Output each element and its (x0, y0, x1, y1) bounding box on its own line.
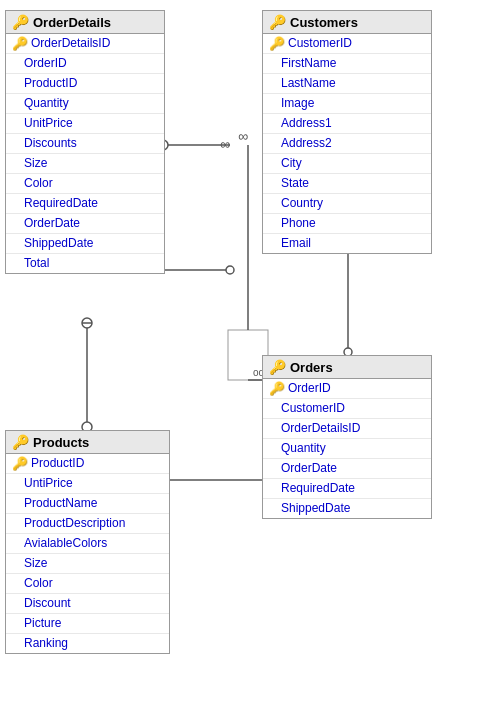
table-orders-title: Orders (290, 360, 333, 375)
field-orders-quantity: Quantity (263, 439, 431, 459)
field-productid: 🔑 ProductID (6, 454, 169, 474)
key-icon-productid: 🔑 (12, 455, 28, 472)
field-orders-orderdate: OrderDate (263, 459, 431, 479)
field-lastname: LastName (263, 74, 431, 94)
table-customers-header: 🔑 Customers (263, 11, 431, 34)
field-requireddate: RequiredDate (6, 194, 164, 214)
field-productname: ProductName (6, 494, 169, 514)
table-orderdetails-header: 🔑 OrderDetails (6, 11, 164, 34)
svg-point-21 (226, 266, 234, 274)
orderdetails-header-icon: 🔑 (12, 14, 29, 30)
field-phone: Phone (263, 214, 431, 234)
field-orders-orderdetailsid: OrderDetailsID (263, 419, 431, 439)
field-productdescription: ProductDescription (6, 514, 169, 534)
field-state: State (263, 174, 431, 194)
field-unitprice: UnitPrice (6, 114, 164, 134)
customers-header-icon: 🔑 (269, 14, 286, 30)
table-orderdetails: 🔑 OrderDetails 🔑 OrderDetailsID OrderID … (5, 10, 165, 274)
table-customers-title: Customers (290, 15, 358, 30)
svg-point-17 (82, 318, 92, 328)
field-address1: Address1 (263, 114, 431, 134)
field-city: City (263, 154, 431, 174)
diagram-canvas: ∞ ∞ oo ∞ ∞ (0, 0, 500, 726)
field-size: Size (6, 154, 164, 174)
field-orders-orderid: 🔑 OrderID (263, 379, 431, 399)
field-total: Total (6, 254, 164, 273)
products-header-icon: 🔑 (12, 434, 29, 450)
field-address2: Address2 (263, 134, 431, 154)
field-shippeddate: ShippedDate (6, 234, 164, 254)
svg-text:∞: ∞ (220, 136, 230, 152)
field-image: Image (263, 94, 431, 114)
field-discount: Discount (6, 594, 169, 614)
orders-header-icon: 🔑 (269, 359, 286, 375)
field-productid: ProductID (6, 74, 164, 94)
table-products: 🔑 Products 🔑 ProductID UntiPrice Product… (5, 430, 170, 654)
field-orderdetailsid: 🔑 OrderDetailsID (6, 34, 164, 54)
field-color: Color (6, 174, 164, 194)
field-quantity: Quantity (6, 94, 164, 114)
field-ranking: Ranking (6, 634, 169, 653)
field-orderid: OrderID (6, 54, 164, 74)
table-orders-header: 🔑 Orders (263, 356, 431, 379)
field-picture: Picture (6, 614, 169, 634)
field-products-size: Size (6, 554, 169, 574)
field-customerid: 🔑 CustomerID (263, 34, 431, 54)
field-email: Email (263, 234, 431, 253)
field-orderdate: OrderDate (6, 214, 164, 234)
svg-text:∞: ∞ (238, 128, 248, 144)
key-icon-orders-orderid: 🔑 (269, 380, 285, 397)
table-customers: 🔑 Customers 🔑 CustomerID FirstName LastN… (262, 10, 432, 254)
field-orders-customerid: CustomerID (263, 399, 431, 419)
table-orderdetails-title: OrderDetails (33, 15, 111, 30)
field-orders-shippeddate: ShippedDate (263, 499, 431, 518)
table-products-title: Products (33, 435, 89, 450)
field-availablecolors: AvialableColors (6, 534, 169, 554)
field-orders-requireddate: RequiredDate (263, 479, 431, 499)
field-discounts: Discounts (6, 134, 164, 154)
field-products-color: Color (6, 574, 169, 594)
field-untiprice: UntiPrice (6, 474, 169, 494)
table-products-header: 🔑 Products (6, 431, 169, 454)
field-firstname: FirstName (263, 54, 431, 74)
key-icon-customerid: 🔑 (269, 35, 285, 52)
key-icon-orderdetailsid: 🔑 (12, 35, 28, 52)
field-country: Country (263, 194, 431, 214)
table-orders: 🔑 Orders 🔑 OrderID CustomerID OrderDetai… (262, 355, 432, 519)
